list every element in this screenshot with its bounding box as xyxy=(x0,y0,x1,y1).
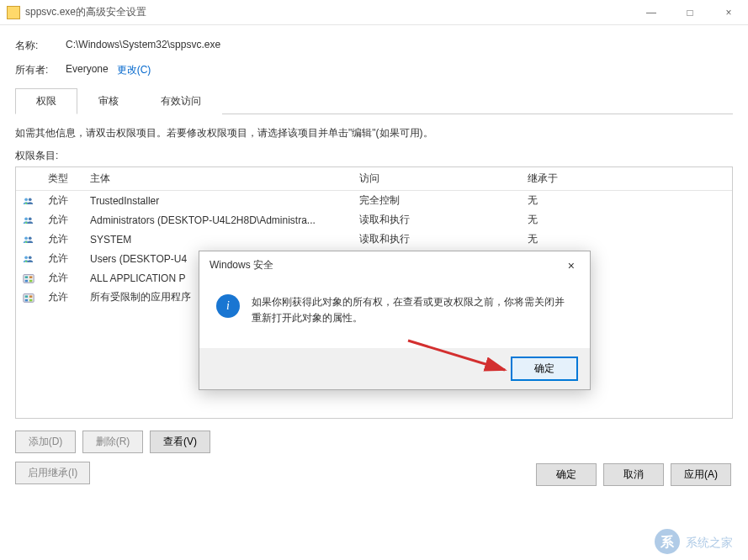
name-value: C:\Windows\System32\sppsvc.exe xyxy=(66,39,220,53)
col-inherit[interactable]: 继承于 xyxy=(521,172,732,186)
tab-effective-access[interactable]: 有效访问 xyxy=(140,88,222,114)
table-row[interactable]: ✓允许TrustedInstaller完全控制无 xyxy=(16,191,732,210)
svg-point-5 xyxy=(29,217,32,220)
cell-access: 完全控制 xyxy=(353,193,521,208)
ok-button[interactable]: 确定 xyxy=(536,463,597,486)
window-titlebar: sppsvc.exe的高级安全设置 — □ × xyxy=(0,0,748,25)
svg-point-13 xyxy=(29,256,32,259)
table-row[interactable]: ✓允许SYSTEM读取和执行无 xyxy=(16,230,732,249)
svg-rect-24 xyxy=(25,298,29,301)
svg-rect-22 xyxy=(25,295,29,298)
svg-point-0 xyxy=(24,198,28,201)
action-buttons: 添加(D) 删除(R) 查看(V) xyxy=(15,431,733,453)
svg-point-9 xyxy=(29,236,32,240)
view-button[interactable]: 查看(V) xyxy=(150,431,210,453)
owner-value: Everyone xyxy=(66,63,109,77)
dialog-titlebar: Windows 安全 × xyxy=(199,251,590,279)
svg-rect-25 xyxy=(29,298,33,301)
svg-rect-19 xyxy=(25,279,29,282)
help-text: 如需其他信息，请双击权限项目。若要修改权限项目，请选择该项目并单击"编辑"(如果… xyxy=(15,126,733,140)
cell-inherit: 无 xyxy=(521,193,732,208)
svg-text:✓: ✓ xyxy=(25,261,27,262)
cell-type: 允许 xyxy=(41,193,83,208)
dialog-body: i 如果你刚获得此对象的所有权，在查看或更改权限之前，你将需关闭并重新打开此对象… xyxy=(199,279,590,348)
col-spacer xyxy=(16,172,41,186)
apply-button[interactable]: 应用(A) xyxy=(671,463,731,486)
cell-access: 读取和执行 xyxy=(353,232,521,246)
watermark: 系 系统之家 xyxy=(652,526,745,557)
close-button[interactable]: × xyxy=(709,0,748,25)
cell-principal: TrustedInstaller xyxy=(83,195,353,207)
svg-rect-18 xyxy=(29,276,33,278)
window-controls: — □ × xyxy=(632,0,748,25)
entries-label: 权限条目: xyxy=(15,149,733,163)
remove-button[interactable]: 删除(R) xyxy=(82,431,143,453)
svg-text:✓: ✓ xyxy=(25,241,27,243)
tab-permissions[interactable]: 权限 xyxy=(15,88,77,114)
enable-inherit-button[interactable]: 启用继承(I) xyxy=(15,462,90,484)
cell-type: 允许 xyxy=(41,271,83,285)
info-icon: i xyxy=(216,294,240,318)
cell-access: 读取和执行 xyxy=(353,213,521,227)
folder-icon xyxy=(7,6,20,19)
name-row: 名称: C:\Windows\System32\sppsvc.exe xyxy=(15,39,733,53)
cell-type: 允许 xyxy=(41,232,83,246)
dialog-close-button[interactable]: × xyxy=(563,259,580,272)
cell-type: 允许 xyxy=(41,290,83,304)
dialog-ok-button[interactable]: 确定 xyxy=(511,357,578,381)
change-owner-link[interactable]: 更改(C) xyxy=(117,63,151,77)
security-dialog: Windows 安全 × i 如果你刚获得此对象的所有权，在查看或更改权限之前，… xyxy=(199,251,591,390)
bottom-buttons: 确定 取消 应用(A) xyxy=(536,463,731,486)
cell-principal: SYSTEM xyxy=(83,234,353,246)
owner-label: 所有者: xyxy=(15,63,66,77)
svg-text:系统之家: 系统之家 xyxy=(686,536,733,549)
users-icon: ✓ xyxy=(16,234,41,246)
cell-type: 允许 xyxy=(41,213,83,227)
svg-point-4 xyxy=(24,217,28,220)
add-button[interactable]: 添加(D) xyxy=(15,431,76,453)
svg-point-8 xyxy=(24,236,28,240)
dialog-footer: 确定 xyxy=(199,348,590,389)
col-access[interactable]: 访问 xyxy=(353,172,521,186)
svg-text:✓: ✓ xyxy=(25,203,27,204)
tab-audit[interactable]: 审核 xyxy=(77,88,140,114)
dialog-message: 如果你刚获得此对象的所有权，在查看或更改权限之前，你将需关闭并重新打开此对象的属… xyxy=(252,294,573,326)
users-icon: ✓ xyxy=(16,195,41,207)
svg-text:系: 系 xyxy=(660,535,675,549)
column-headers: 类型 主体 访问 继承于 xyxy=(16,167,732,191)
svg-point-1 xyxy=(29,198,32,201)
tab-bar: 权限 审核 有效访问 xyxy=(15,87,733,114)
svg-rect-23 xyxy=(29,295,33,298)
svg-point-27 xyxy=(655,529,680,554)
cell-inherit: 无 xyxy=(521,213,732,227)
cell-principal: Administrators (DESKTOP-U4L2H8D\Administ… xyxy=(83,214,353,226)
table-row[interactable]: ✓允许Administrators (DESKTOP-U4L2H8D\Admin… xyxy=(16,210,732,230)
col-principal[interactable]: 主体 xyxy=(83,172,353,186)
svg-point-12 xyxy=(24,256,28,259)
package-icon xyxy=(16,292,41,304)
svg-rect-20 xyxy=(29,279,33,282)
minimize-button[interactable]: — xyxy=(632,0,671,25)
col-type[interactable]: 类型 xyxy=(41,172,83,186)
package-icon xyxy=(16,272,41,284)
users-icon: ✓ xyxy=(16,214,41,226)
owner-row: 所有者: Everyone 更改(C) xyxy=(15,63,733,77)
cancel-button[interactable]: 取消 xyxy=(603,463,664,486)
window-title: sppsvc.exe的高级安全设置 xyxy=(25,5,632,19)
name-label: 名称: xyxy=(15,39,66,53)
cell-type: 允许 xyxy=(41,251,83,266)
svg-rect-17 xyxy=(25,276,29,278)
maximize-button[interactable]: □ xyxy=(671,0,709,25)
users-icon: ✓ xyxy=(16,253,41,265)
cell-inherit: 无 xyxy=(521,232,732,246)
dialog-title-text: Windows 安全 xyxy=(210,258,273,272)
svg-text:✓: ✓ xyxy=(25,222,27,224)
